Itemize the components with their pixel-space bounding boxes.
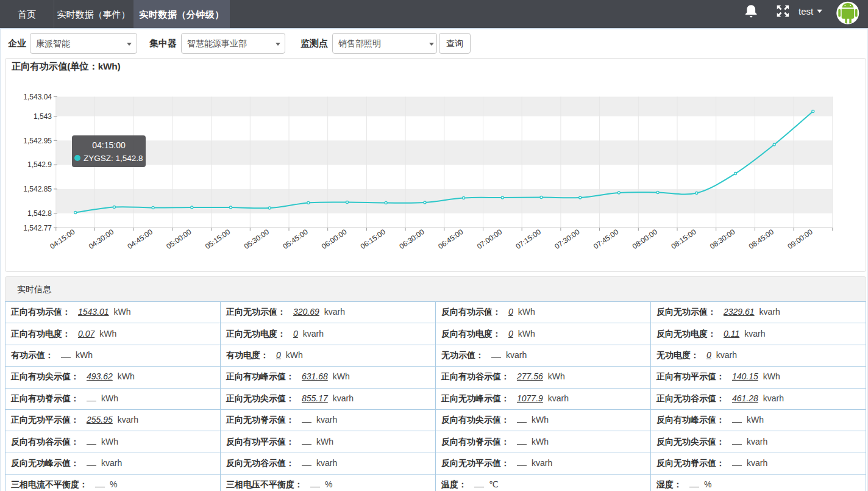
svg-text:test: test bbox=[799, 6, 814, 16]
